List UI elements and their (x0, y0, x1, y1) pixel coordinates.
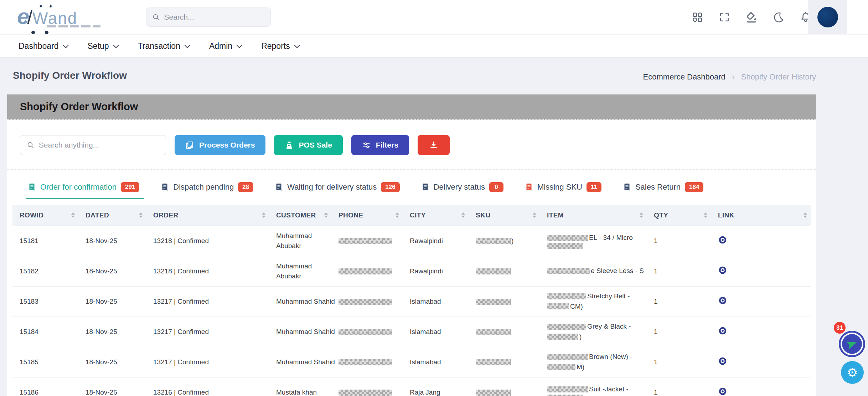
search-icon (152, 13, 160, 21)
nav-item-label: Dashboard (19, 41, 59, 51)
column-label: LINK (718, 211, 734, 219)
item-visible-text: Stretchy Belt - (587, 291, 630, 302)
column-header-phone[interactable]: PHONE (331, 205, 403, 226)
nav-item-admin[interactable]: Admin (209, 41, 241, 51)
page-title: Shopify Order Wrokflow (13, 70, 127, 81)
orders-table: ROWID DATED ORDER CUSTOMER PHONE CITY SK… (12, 205, 811, 396)
column-header-city[interactable]: CITY (403, 205, 469, 226)
sort-arrows-icon[interactable] (640, 212, 643, 218)
sort-arrows-icon[interactable] (324, 212, 328, 218)
cell-qty: 1 (647, 256, 711, 286)
cell-dated: 18-Nov-25 (78, 317, 146, 347)
nav-item-label: Admin (209, 41, 232, 51)
cell-sku (469, 377, 540, 396)
column-header-qty[interactable]: QTY (647, 205, 711, 226)
tab-waiting-for-delivery-status[interactable]: Waiting for delivery status126 (275, 182, 399, 199)
column-header-customer[interactable]: CUSTOMER (269, 205, 331, 226)
header-row: ROWID DATED ORDER CUSTOMER PHONE CITY SK… (12, 205, 811, 226)
item-visible-text: EL - 34 / Micro (589, 233, 633, 243)
cell-dated: 18-Nov-25 (78, 226, 146, 256)
settings-fab-button[interactable]: ⚙ (841, 361, 864, 384)
user-avatar[interactable] (817, 7, 838, 27)
cell-sku (469, 347, 540, 377)
invoice-icon (624, 183, 631, 191)
sort-arrows-icon[interactable] (396, 212, 399, 218)
table-search-input[interactable] (39, 141, 159, 149)
cell-sku (469, 317, 540, 347)
column-header-sku[interactable]: SKU (469, 205, 540, 226)
nav-item-reports[interactable]: Reports (261, 41, 298, 51)
column-header-order[interactable]: ORDER (146, 205, 269, 226)
chevron-down-icon (294, 42, 300, 48)
fullscreen-icon[interactable] (718, 10, 731, 24)
sort-arrows-icon[interactable] (533, 212, 536, 218)
sort-arrows-icon[interactable] (262, 212, 265, 218)
cell-phone (331, 256, 403, 286)
apps-grid-icon[interactable] (691, 10, 704, 24)
view-order-link[interactable] (718, 296, 727, 305)
brand-logo[interactable]: ✦✦ e/Wand (17, 4, 110, 32)
cell-order: 13218 | Confirmed (146, 256, 269, 286)
redacted-block (339, 390, 392, 396)
cell-order: 13217 | Confirmed (146, 286, 269, 317)
sort-arrows-icon[interactable] (704, 212, 707, 218)
tab-label: Waiting for delivery status (287, 182, 377, 192)
tab-delivery-status[interactable]: Delivery status0 (422, 182, 503, 199)
table-search[interactable] (20, 135, 166, 155)
invoice-icon (275, 183, 283, 191)
tab-count-badge: 291 (121, 182, 139, 192)
sort-arrows-icon[interactable] (139, 212, 143, 218)
sort-arrows-icon[interactable] (804, 212, 807, 218)
eye-icon (718, 356, 727, 366)
nav-item-setup[interactable]: Setup (88, 41, 117, 51)
view-order-link[interactable] (718, 266, 727, 275)
sort-arrows-icon[interactable] (461, 212, 465, 218)
export-download-button[interactable] (418, 135, 450, 155)
column-header-link[interactable]: LINK (711, 205, 811, 226)
theme-paint-icon[interactable] (745, 10, 758, 24)
tab-order-for-confirmation[interactable]: Order for confirmation291 (29, 182, 139, 199)
column-header-item[interactable]: ITEM (540, 205, 647, 226)
column-header-rowid[interactable]: ROWID (12, 205, 78, 226)
cell-item: Brown (New) -M) (540, 347, 647, 377)
redacted-block (476, 268, 511, 274)
view-order-link[interactable] (718, 356, 727, 366)
global-search[interactable] (146, 7, 271, 27)
breadcrumb-item-ecommerce-dashboard[interactable]: Ecommerce Dashboard (643, 72, 725, 82)
view-order-link[interactable] (718, 326, 727, 335)
cell-dated: 18-Nov-25 (78, 377, 146, 396)
tab-dispatch-pending[interactable]: Dispatch pending28 (161, 182, 253, 199)
cell-city: Islamabad (403, 347, 469, 377)
card-banner: Shopify Order Workflow (7, 94, 816, 120)
paper-plane-icon (845, 337, 859, 351)
chat-fab-button[interactable] (839, 331, 865, 357)
cell-rowid: 15184 (12, 317, 78, 347)
pos-sale-label: POS Sale (299, 141, 332, 149)
nav-item-dashboard[interactable]: Dashboard (19, 41, 67, 51)
tab-missing-sku[interactable]: Missing SKU11 (526, 182, 601, 199)
column-label: ROWID (20, 211, 43, 219)
filter-sliders-icon (362, 141, 371, 150)
redacted-block (476, 238, 511, 244)
pos-sale-button[interactable]: POS Sale (274, 135, 342, 155)
process-orders-button[interactable]: Process Orders (175, 135, 265, 155)
cell-dated: 18-Nov-25 (78, 347, 146, 377)
nav-item-label: Transaction (138, 41, 180, 51)
nav-item-transaction[interactable]: Transaction (138, 41, 188, 51)
view-order-link[interactable] (718, 387, 727, 396)
view-order-link[interactable] (718, 235, 727, 245)
dark-mode-moon-icon[interactable] (772, 10, 785, 24)
sort-arrows-icon[interactable] (71, 212, 75, 218)
cell-qty: 1 (647, 317, 711, 347)
column-label: PHONE (339, 211, 363, 219)
item-visible-text: ) (579, 332, 582, 342)
filters-button[interactable]: Filters (351, 135, 409, 155)
column-header-dated[interactable]: DATED (78, 205, 146, 226)
table-row: 1518218-Nov-2513218 | ConfirmedMuhammadA… (12, 256, 811, 286)
redacted-block (547, 243, 583, 249)
download-icon (429, 140, 438, 150)
tab-count-badge: 184 (685, 182, 703, 192)
global-search-input[interactable] (164, 13, 265, 21)
tab-sales-return[interactable]: Sales Return184 (624, 182, 704, 199)
redacted-block (547, 268, 590, 274)
